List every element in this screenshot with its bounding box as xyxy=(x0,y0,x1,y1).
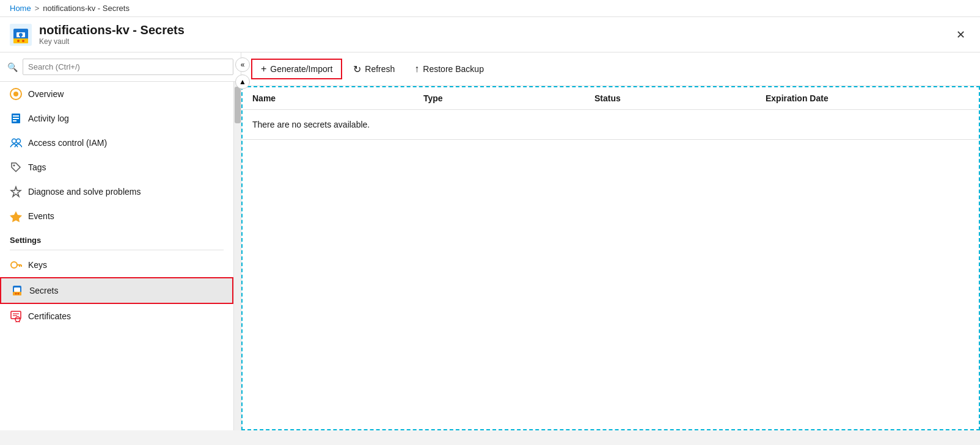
sidebar-item-activity-log[interactable]: Activity log xyxy=(0,106,233,131)
refresh-button[interactable]: ↻ Refresh xyxy=(345,60,403,79)
column-status: Status xyxy=(594,93,766,103)
page-header: notifications-kv - Secrets Key vault ✕ xyxy=(0,17,980,52)
overview-icon xyxy=(10,88,22,100)
restore-backup-label: Restore Backup xyxy=(423,64,484,74)
column-expiration: Expiration Date xyxy=(766,93,969,103)
sidebar-scrollbar xyxy=(233,82,241,430)
svg-rect-4 xyxy=(20,35,21,38)
keys-icon xyxy=(10,259,22,271)
sidebar-item-label-tags: Tags xyxy=(28,162,46,172)
sidebar-item-label-secrets: Secrets xyxy=(29,286,58,295)
page-title: notifications-kv - Secrets xyxy=(39,23,185,37)
sidebar-item-label-keys: Keys xyxy=(28,260,47,270)
svg-line-31 xyxy=(16,321,16,322)
svg-point-16 xyxy=(13,165,15,167)
svg-point-9 xyxy=(13,92,18,96)
breadcrumb-home[interactable]: Home xyxy=(10,4,31,13)
svg-point-26 xyxy=(18,293,20,295)
sidebar-item-label-activity-log: Activity log xyxy=(28,114,69,123)
sidebar-item-keys[interactable]: Keys xyxy=(0,253,233,277)
plus-icon: + xyxy=(261,63,266,74)
sidebar-item-secrets[interactable]: Secrets xyxy=(0,277,233,304)
activity-log-icon xyxy=(10,112,22,125)
sidebar-item-events[interactable]: Events xyxy=(0,204,233,228)
svg-line-32 xyxy=(19,321,20,322)
restore-icon: ↑ xyxy=(414,63,419,74)
settings-divider xyxy=(10,250,224,250)
sidebar: 🔍 Overview xyxy=(0,52,241,430)
svg-rect-24 xyxy=(13,292,21,295)
svg-point-6 xyxy=(17,40,20,42)
column-name: Name xyxy=(252,93,423,103)
breadcrumb-bar: Home > notifications-kv - Secrets xyxy=(0,0,980,17)
sidebar-item-access-control[interactable]: Access control (IAM) xyxy=(0,131,233,155)
sidebar-scroll-wrapper: Overview Activity log xyxy=(0,82,241,430)
svg-rect-5 xyxy=(13,38,28,43)
close-button[interactable]: ✕ xyxy=(951,26,970,44)
collapse-sidebar-button[interactable]: « xyxy=(235,57,250,72)
page-subtitle: Key vault xyxy=(39,37,185,46)
empty-message: There are no secrets available. xyxy=(243,110,979,140)
secrets-icon xyxy=(11,284,23,297)
svg-rect-11 xyxy=(13,115,19,117)
svg-rect-13 xyxy=(13,120,16,121)
restore-backup-button[interactable]: ↑ Restore Backup xyxy=(406,60,492,78)
svg-marker-17 xyxy=(10,211,22,222)
header-left: notifications-kv - Secrets Key vault xyxy=(10,23,185,46)
search-box: 🔍 xyxy=(0,52,241,82)
table-header: Name Type Status Expiration Date xyxy=(243,87,979,110)
svg-point-15 xyxy=(16,139,21,143)
content-area: + Generate/Import ↻ Refresh ↑ Restore Ba… xyxy=(241,52,980,430)
breadcrumb-separator: > xyxy=(35,4,40,13)
search-input[interactable] xyxy=(23,59,233,75)
tags-icon xyxy=(10,161,22,173)
generate-import-label: Generate/Import xyxy=(270,64,332,74)
refresh-icon: ↻ xyxy=(353,63,361,75)
svg-point-25 xyxy=(15,293,17,295)
main-layout: 🔍 Overview xyxy=(0,52,980,430)
certificates-icon xyxy=(10,310,22,322)
sidebar-item-label-events: Events xyxy=(28,211,54,221)
svg-rect-12 xyxy=(13,118,19,119)
sidebar-item-overview[interactable]: Overview xyxy=(0,82,233,106)
settings-section-header: Settings xyxy=(0,228,233,247)
search-icon: 🔍 xyxy=(7,62,18,72)
sidebar-item-label-diagnose: Diagnose and solve problems xyxy=(28,187,141,197)
sidebar-item-tags[interactable]: Tags xyxy=(0,155,233,179)
svg-point-7 xyxy=(22,40,24,42)
sidebar-nav: Overview Activity log xyxy=(0,82,233,430)
sidebar-item-label-certificates: Certificates xyxy=(28,311,71,321)
svg-point-14 xyxy=(12,139,16,143)
breadcrumb-current: notifications-kv - Secrets xyxy=(43,4,130,13)
events-icon xyxy=(10,210,22,222)
resource-icon xyxy=(10,24,32,46)
sidebar-item-label-access-control: Access control (IAM) xyxy=(28,138,107,148)
refresh-label: Refresh xyxy=(365,64,395,74)
svg-rect-23 xyxy=(14,288,20,292)
access-control-icon xyxy=(10,137,22,149)
column-type: Type xyxy=(423,93,594,103)
generate-import-button[interactable]: + Generate/Import xyxy=(251,59,342,79)
sidebar-scroll-thumb[interactable] xyxy=(235,87,241,123)
diagnose-icon xyxy=(10,186,22,198)
svg-point-18 xyxy=(11,262,17,268)
scroll-up-button[interactable]: ▲ xyxy=(235,74,250,89)
secrets-table-area: Name Type Status Expiration Date There a… xyxy=(241,86,980,430)
sidebar-item-diagnose[interactable]: Diagnose and solve problems xyxy=(0,179,233,204)
toolbar: + Generate/Import ↻ Refresh ↑ Restore Ba… xyxy=(241,52,980,86)
svg-point-30 xyxy=(15,317,20,322)
sidebar-item-certificates[interactable]: Certificates xyxy=(0,304,233,328)
sidebar-item-label-overview: Overview xyxy=(28,89,64,99)
title-block: notifications-kv - Secrets Key vault xyxy=(39,23,185,46)
